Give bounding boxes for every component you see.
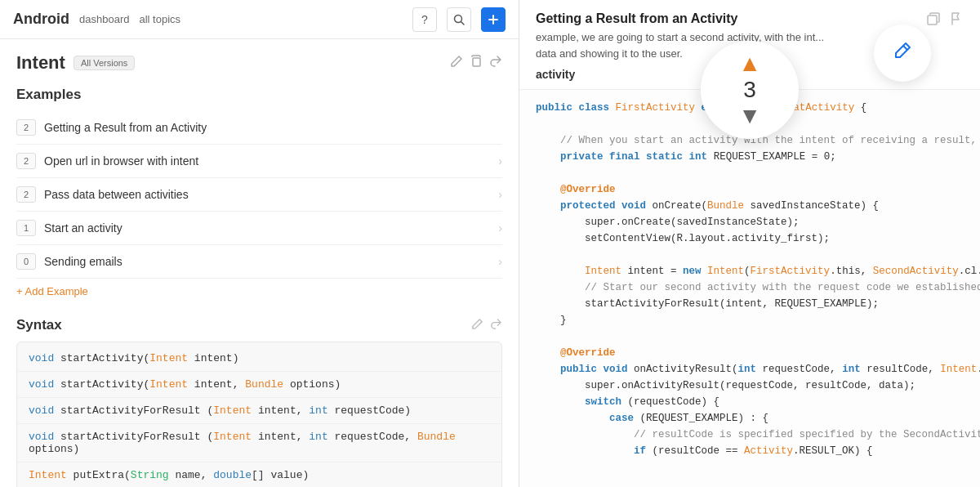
syntax-line: void startActivityForResult (Intent inte…: [17, 398, 501, 424]
syntax-share-icon[interactable]: [490, 318, 502, 333]
content-area: Intent All Versions: [0, 39, 519, 487]
share-icon[interactable]: [489, 55, 502, 71]
code-line: Intent intent = new Intent(FirstActivity…: [536, 263, 964, 279]
version-badge[interactable]: All Versions: [74, 56, 135, 70]
header-actions: [450, 55, 502, 71]
example-label: Sending emails: [44, 255, 490, 268]
top-nav: Android dashboard all topics ?: [0, 0, 519, 39]
example-badge: 0: [16, 253, 36, 270]
svg-rect-6: [928, 16, 937, 25]
chevron-right-icon: ›: [498, 221, 502, 235]
example-badge: 2: [16, 153, 36, 169]
code-line: [536, 247, 964, 263]
edit-pencil-icon: [892, 40, 913, 66]
vote-widget: ▲ 3 ▼: [701, 41, 799, 139]
chevron-right-icon: ›: [498, 188, 502, 201]
code-line: super.onCreate(savedInstanceState);: [536, 214, 964, 230]
code-line: if (resultCode == Activity.RESULT_OK) {: [536, 443, 964, 459]
add-button[interactable]: [481, 7, 506, 32]
example-label: Pass data between activities: [44, 188, 490, 201]
nav-dashboard-link[interactable]: dashboard: [79, 13, 129, 25]
syntax-section-title: Syntax: [16, 317, 62, 333]
page-title: Intent: [16, 52, 65, 74]
code-area: public class FirstActivity extends AppCo…: [519, 90, 980, 487]
search-button[interactable]: [447, 7, 471, 32]
left-panel: Android dashboard all topics ? Intent Al…: [0, 0, 519, 487]
example-label: Getting a Result from an Activity: [44, 121, 502, 134]
example-item[interactable]: 0 Sending emails ›: [16, 245, 502, 279]
vote-count: 3: [743, 78, 756, 101]
code-line: }: [536, 312, 964, 328]
edit-icon[interactable]: [450, 55, 463, 71]
code-line: switch (requestCode) {: [536, 394, 964, 410]
example-item[interactable]: 1 Start an activity ›: [16, 212, 502, 245]
syntax-line: void startActivityForResult (Intent inte…: [17, 424, 501, 462]
vote-down-button[interactable]: ▼: [738, 105, 761, 127]
chevron-right-icon: ›: [498, 255, 502, 268]
syntax-section: Syntax void startActivi: [16, 317, 502, 487]
svg-rect-4: [473, 58, 480, 66]
code-line: public void onActivityResult(int request…: [536, 361, 964, 378]
chevron-right-icon: ›: [498, 154, 502, 168]
code-line: private final static int REQUEST_EXAMPLE…: [536, 149, 964, 165]
right-panel-title: Getting a Result from an Activity: [536, 11, 918, 26]
page-header: Intent All Versions: [16, 52, 502, 74]
syntax-box: void startActivity(Intent intent) void s…: [16, 342, 502, 487]
code-line: [536, 328, 964, 345]
syntax-line: void startActivity(Intent intent): [17, 346, 501, 372]
nav-topics-link[interactable]: all topics: [139, 13, 180, 25]
example-item[interactable]: 2 Open url in browser with intent ›: [16, 145, 502, 178]
example-label: Open url in browser with intent: [44, 154, 490, 168]
code-line: // Start our second activity with the re…: [536, 279, 964, 296]
right-panel: ▲ 3 ▼ Getting a Result from an Activity …: [519, 0, 980, 487]
help-icon: ?: [421, 13, 428, 26]
example-badge: 2: [16, 119, 36, 136]
syntax-edit-icon[interactable]: [471, 318, 483, 333]
add-example-button[interactable]: + Add Example: [16, 285, 502, 297]
help-button[interactable]: ?: [412, 7, 437, 32]
syntax-line: Intent putExtra(String name, double[] va…: [17, 462, 501, 487]
syntax-header: Syntax: [16, 317, 502, 333]
copy-icon[interactable]: [470, 55, 483, 71]
flag-icon[interactable]: [949, 11, 964, 30]
code-line: setContentView(R.layout.activity_first);: [536, 230, 964, 247]
vote-up-button[interactable]: ▲: [738, 52, 761, 75]
example-badge: 1: [16, 220, 36, 236]
code-line: [536, 165, 964, 181]
code-line: // resultCode is specified specified by …: [536, 427, 964, 443]
example-badge: 2: [16, 186, 36, 203]
examples-section-title: Examples: [16, 87, 502, 103]
code-line: @Override: [536, 345, 964, 361]
example-item[interactable]: 2 Getting a Result from an Activity: [16, 111, 502, 145]
examples-section: Examples 2 Getting a Result from an Acti…: [16, 87, 502, 297]
plus-icon: [488, 14, 499, 25]
syntax-actions: [471, 318, 502, 333]
svg-line-5: [903, 46, 907, 50]
right-panel-actions: [926, 11, 964, 30]
code-line: protected void onCreate(Bundle savedInst…: [536, 198, 964, 214]
svg-line-1: [461, 21, 465, 25]
code-line: super.onActivityResult(requestCode, resu…: [536, 378, 964, 394]
copy-window-icon[interactable]: [926, 11, 941, 30]
syntax-line: void startActivity(Intent intent, Bundle…: [17, 372, 501, 398]
nav-brand: Android: [13, 11, 69, 28]
edit-button[interactable]: [874, 25, 931, 82]
code-line: startActivityForResult(intent, REQUEST_E…: [536, 296, 964, 312]
example-item[interactable]: 2 Pass data between activities ›: [16, 178, 502, 212]
example-label: Start an activity: [44, 221, 490, 235]
search-icon: [453, 14, 465, 25]
code-line: @Override: [536, 181, 964, 198]
code-line: case (REQUEST_EXAMPLE) : {: [536, 410, 964, 427]
